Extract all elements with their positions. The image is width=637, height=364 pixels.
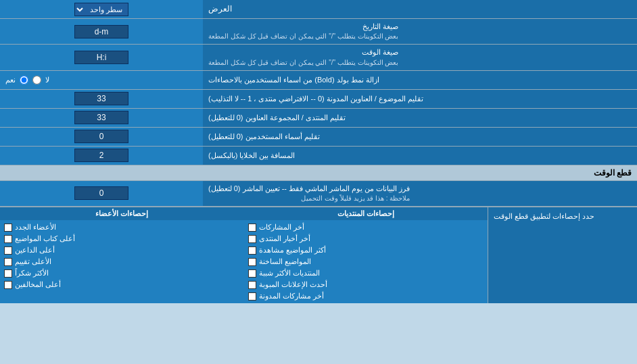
stat-item: أخر مشاركات المدونة	[247, 290, 486, 302]
gap-input[interactable]	[74, 149, 128, 162]
time-cut-input[interactable]	[74, 186, 128, 200]
stats-columns: إحصاءات المنتديات أخر المشاركات أخر أخبا…	[0, 207, 488, 303]
checkbox-icon[interactable]	[248, 258, 256, 266]
main-container: العرض سطر واحد سطرين ثلاثة أسطر صيغة الت…	[0, 0, 637, 303]
user-trim-input[interactable]	[74, 130, 128, 143]
header-dropdown-cell: سطر واحد سطرين ثلاثة أسطر	[0, 0, 203, 18]
checkbox-icon[interactable]	[248, 292, 256, 301]
gap-input-cell	[0, 147, 203, 165]
forum-stats-col: إحصاءات المنتديات أخر المشاركات أخر أخبا…	[244, 207, 489, 303]
stats-section-label: حدد إحصاءات لتطبيق قطع الوقت	[488, 207, 637, 303]
stat-item: أخر أخبار المنتدى	[247, 233, 486, 244]
time-format-row: صيغة الوقت بعض التكوينات يتطلب "/" التي …	[0, 45, 637, 70]
member-stats-items: الأعضاء الجدد أعلى كتاب المواضيع أعلى ال…	[0, 220, 244, 292]
stat-item: المنتديات الأكثر شببة	[247, 267, 486, 279]
checkbox-icon[interactable]	[4, 269, 12, 278]
time-section-header: قطع الوقت	[0, 165, 637, 181]
topic-trim-input-cell	[0, 90, 203, 108]
checkbox-icon[interactable]	[248, 269, 256, 278]
date-format-input[interactable]	[74, 25, 128, 38]
gap-row: المسافة بين الخلايا (بالبكسل)	[0, 147, 637, 165]
time-cut-row: فرز البيانات من يوم الماشر الماشي فقط --…	[0, 181, 637, 207]
topic-trim-input[interactable]	[74, 92, 128, 105]
topic-trim-label: تقليم الموضوع / العناوين المدونة (0 -- ا…	[203, 90, 637, 108]
stat-item: المواضيع الساخنة	[247, 256, 486, 267]
header-label: العرض	[203, 0, 637, 18]
checkbox-icon[interactable]	[4, 246, 12, 255]
date-format-input-cell	[0, 19, 203, 44]
header-row: العرض سطر واحد سطرين ثلاثة أسطر	[0, 0, 637, 19]
stat-item: أعلى المخالفين	[3, 279, 241, 290]
display-mode-select[interactable]: سطر واحد سطرين ثلاثة أسطر	[74, 3, 128, 16]
checkbox-icon[interactable]	[248, 281, 256, 289]
topic-trim-row: تقليم الموضوع / العناوين المدونة (0 -- ا…	[0, 90, 637, 109]
stat-item: الأعضاء الجدد	[3, 222, 241, 233]
forum-trim-input[interactable]	[74, 111, 128, 124]
bold-remove-radio-cell: لا نعم	[0, 71, 203, 89]
checkbox-icon[interactable]	[4, 224, 12, 232]
forum-stats-items: أخر المشاركات أخر أخبار المنتدى أكثر الم…	[244, 220, 488, 303]
time-format-input-cell	[0, 45, 203, 70]
stat-item: أكثر المواضيع مشاهدة	[247, 244, 486, 256]
time-cut-input-cell	[0, 181, 203, 206]
forum-trim-input-cell	[0, 109, 203, 127]
checkbox-icon[interactable]	[248, 246, 256, 255]
radio-no-label: لا	[45, 76, 49, 84]
time-format-input[interactable]	[74, 51, 128, 64]
checkbox-icon[interactable]	[248, 235, 256, 243]
radio-yes-label: نعم	[5, 76, 16, 84]
stat-item: أخر المشاركات	[247, 222, 486, 233]
member-stats-col: إحصاءات الأعضاء الأعضاء الجدد أعلى كتاب …	[0, 207, 244, 303]
user-trim-row: تقليم أسماء المستخدمين (0 للتعطيل)	[0, 128, 637, 147]
checkbox-icon[interactable]	[248, 224, 256, 232]
stats-columns-area: إحصاءات المنتديات أخر المشاركات أخر أخبا…	[0, 207, 488, 303]
forum-stats-header: إحصاءات المنتديات	[244, 207, 488, 220]
bold-remove-label: ازالة نمط بولد (Bold) من اسماء المستخدمي…	[203, 71, 637, 89]
stat-item: الأعلى تقييم	[3, 256, 241, 267]
bold-remove-row: ازالة نمط بولد (Bold) من اسماء المستخدمي…	[0, 71, 637, 90]
radio-no[interactable]	[32, 76, 41, 84]
time-cut-label: فرز البيانات من يوم الماشر الماشي فقط --…	[203, 181, 637, 206]
checkbox-icon[interactable]	[4, 258, 12, 266]
time-format-label: صيغة الوقت بعض التكوينات يتطلب "/" التي …	[203, 45, 637, 70]
gap-label: المسافة بين الخلايا (بالبكسل)	[203, 147, 637, 165]
stats-area: حدد إحصاءات لتطبيق قطع الوقت إحصاءات الم…	[0, 207, 637, 303]
user-trim-input-cell	[0, 128, 203, 146]
forum-trim-row: تقليم المنتدى / المجموعة العناوين (0 للت…	[0, 109, 637, 128]
radio-yes[interactable]	[20, 76, 28, 84]
checkbox-icon[interactable]	[4, 281, 12, 289]
date-format-label: صيغة التاريخ بعض التكوينات يتطلب "/" الت…	[203, 19, 637, 44]
user-trim-label: تقليم أسماء المستخدمين (0 للتعطيل)	[203, 128, 637, 146]
stat-item: أعلى كتاب المواضيع	[3, 233, 241, 244]
stat-item: الأكثر شكراً	[3, 267, 241, 279]
forum-trim-label: تقليم المنتدى / المجموعة العناوين (0 للت…	[203, 109, 637, 127]
member-stats-header: إحصاءات الأعضاء	[0, 207, 244, 220]
checkbox-icon[interactable]	[4, 235, 12, 243]
stat-item: أعلى الداعين	[3, 244, 241, 256]
date-format-row: صيغة التاريخ بعض التكوينات يتطلب "/" الت…	[0, 19, 637, 45]
stat-item: أحدث الإعلانات المبوبة	[247, 279, 486, 290]
